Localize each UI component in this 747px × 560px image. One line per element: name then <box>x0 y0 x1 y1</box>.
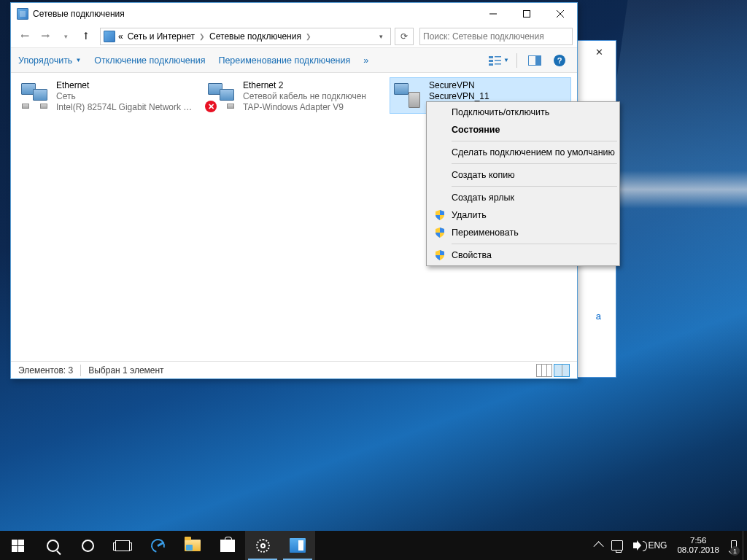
location-icon <box>104 31 115 42</box>
disconnect-action[interactable]: Отключение подключения <box>94 55 205 66</box>
navigation-bar: 🠔 🠖 ▾ 🠕 « Сеть и Интернет ❯ Сетевые подк… <box>11 25 577 48</box>
svg-rect-11 <box>535 56 541 65</box>
maximize-button[interactable] <box>510 3 543 25</box>
connection-status: Сеть <box>56 91 196 102</box>
system-tray: ENG 7:56 08.07.2018 1 <box>591 531 747 560</box>
network-adapter-icon <box>20 80 50 111</box>
cm-create-shortcut[interactable]: Создать ярлык <box>428 189 618 206</box>
connection-status: Сетевой кабель не подключен <box>243 91 366 102</box>
window-title: Сетевые подключения <box>33 9 476 19</box>
chevron-right-icon[interactable]: ❯ <box>304 33 313 40</box>
connection-name: SecureVPN <box>429 80 489 91</box>
refresh-button[interactable]: ⟳ <box>395 28 414 45</box>
cortana-button[interactable] <box>70 531 105 560</box>
connection-item-ethernet2[interactable]: ✕ Ethernet 2 Сетевой кабель не подключен… <box>204 77 385 116</box>
close-button[interactable] <box>543 3 577 25</box>
taskbar-file-explorer[interactable] <box>175 531 210 560</box>
command-bar: Упорядочить▼ Отключение подключения Пере… <box>11 48 577 73</box>
item-count: Элементов: 3 <box>18 365 73 376</box>
tray-language[interactable]: ENG <box>643 540 671 551</box>
menu-separator <box>452 244 617 244</box>
window-icon <box>17 8 28 20</box>
cm-delete[interactable]: Удалить <box>428 206 618 224</box>
svg-rect-8 <box>495 60 501 61</box>
show-desktop-button[interactable] <box>743 531 747 560</box>
taskbar: ENG 7:56 08.07.2018 1 <box>0 531 747 560</box>
connection-name: Ethernet 2 <box>243 80 366 91</box>
uac-shield-icon <box>434 249 446 261</box>
cm-status[interactable]: Состояние <box>428 121 618 139</box>
connection-device: TAP-Windows Adapter V9 <box>243 102 366 113</box>
nav-recent-dropdown[interactable]: ▾ <box>56 28 75 45</box>
breadcrumb-prefix: « <box>117 31 125 42</box>
connection-status: SecureVPN_11 <box>429 91 489 102</box>
tray-volume-icon[interactable] <box>626 531 643 560</box>
task-view-button[interactable] <box>105 531 140 560</box>
taskbar-store[interactable] <box>210 531 245 560</box>
settings-close-button[interactable]: ✕ <box>583 41 616 63</box>
taskbar-control-panel[interactable] <box>280 531 315 560</box>
taskbar-edge[interactable] <box>140 531 175 560</box>
minimize-button[interactable] <box>476 3 510 25</box>
breadcrumb-segment[interactable]: Сетевые подключения <box>208 31 303 42</box>
tray-time: 7:56 <box>677 536 719 545</box>
menu-separator <box>452 141 617 141</box>
notification-badge: 1 <box>730 546 740 556</box>
view-details-button[interactable] <box>536 364 552 377</box>
nav-up-button[interactable]: 🠕 <box>77 28 96 45</box>
error-overlay-icon: ✕ <box>205 101 217 112</box>
view-options-button[interactable]: ▼ <box>489 52 509 69</box>
address-bar[interactable]: « Сеть и Интернет ❯ Сетевые подключения … <box>100 28 391 45</box>
organize-menu[interactable]: Упорядочить▼ <box>18 55 81 66</box>
taskbar-settings-app[interactable] <box>245 531 280 560</box>
cm-rename[interactable]: Переименовать <box>428 224 618 241</box>
connection-item-ethernet[interactable]: Ethernet Сеть Intel(R) 82574L Gigabit Ne… <box>17 77 199 116</box>
cm-properties[interactable]: Свойства <box>428 246 618 264</box>
nav-back-button[interactable]: 🠔 <box>15 28 34 45</box>
svg-rect-6 <box>489 63 493 66</box>
vpn-connection-icon <box>392 80 423 111</box>
uac-shield-icon <box>434 227 446 238</box>
cm-create-copy[interactable]: Создать копию <box>428 166 618 184</box>
cm-connect-disconnect[interactable]: Подключить/отключить <box>428 104 618 121</box>
nav-forward-button[interactable]: 🠖 <box>36 28 55 45</box>
context-menu: Подключить/отключить Состояние Сделать п… <box>426 101 620 266</box>
rename-action[interactable]: Переименование подключения <box>218 55 350 66</box>
address-dropdown-button[interactable]: ▾ <box>374 33 387 40</box>
view-icons-button[interactable] <box>554 364 570 377</box>
menu-separator <box>452 163 617 164</box>
tray-network-icon[interactable] <box>608 531 626 560</box>
svg-rect-7 <box>495 56 501 58</box>
cm-set-default[interactable]: Сделать подключением по умолчанию <box>428 144 618 161</box>
network-adapter-disconnected-icon: ✕ <box>206 80 237 111</box>
svg-rect-9 <box>495 63 501 65</box>
menu-separator <box>452 186 617 187</box>
connection-device: Intel(R) 82574L Gigabit Network C... <box>56 102 196 113</box>
tray-overflow-button[interactable] <box>591 531 608 560</box>
search-input[interactable]: Поиск: Сетевые подключения <box>419 28 573 45</box>
chevron-right-icon[interactable]: ❯ <box>198 33 206 40</box>
selected-count: Выбран 1 элемент <box>88 365 163 376</box>
tray-date: 08.07.2018 <box>677 545 719 555</box>
action-center-button[interactable]: 1 <box>725 531 743 560</box>
tray-clock[interactable]: 7:56 08.07.2018 <box>671 536 725 555</box>
preview-pane-button[interactable] <box>525 52 545 69</box>
uac-shield-icon <box>434 209 446 221</box>
titlebar[interactable]: Сетевые подключения <box>11 3 577 25</box>
overflow-button[interactable]: » <box>363 55 368 66</box>
svg-rect-5 <box>489 60 493 62</box>
help-button[interactable]: ? <box>549 52 570 69</box>
svg-rect-1 <box>524 11 530 18</box>
svg-rect-4 <box>489 56 493 58</box>
start-button[interactable] <box>0 531 35 560</box>
breadcrumb-segment[interactable]: Сеть и Интернет <box>126 31 196 42</box>
search-button[interactable] <box>35 531 70 560</box>
status-bar: Элементов: 3 Выбран 1 элемент <box>11 361 577 378</box>
search-placeholder: Поиск: Сетевые подключения <box>423 31 544 42</box>
connection-name: Ethernet <box>56 80 196 91</box>
settings-hint-text: a <box>596 311 601 322</box>
